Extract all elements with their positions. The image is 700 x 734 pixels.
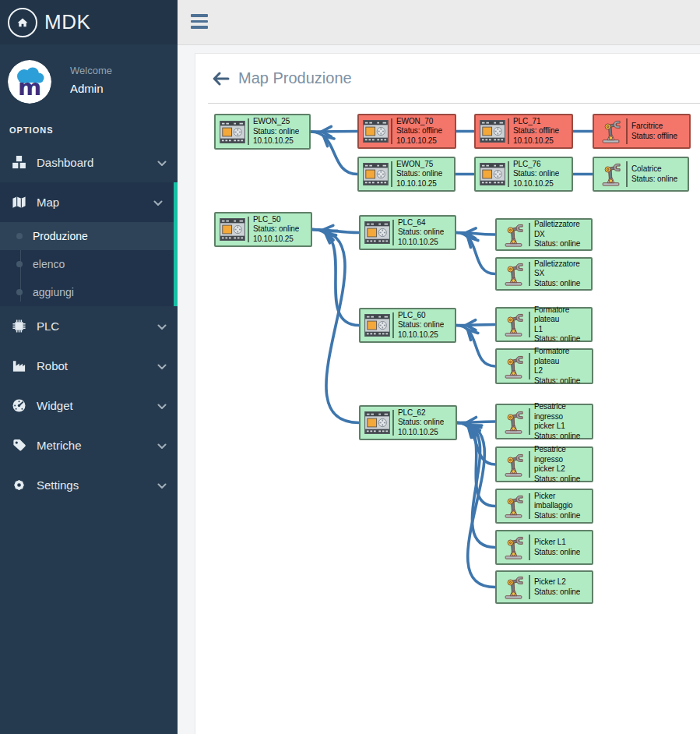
plc-device-icon bbox=[361, 120, 389, 143]
sidebar-section-widget: Widget bbox=[0, 386, 178, 425]
chip-icon bbox=[11, 319, 26, 334]
node-divider bbox=[248, 118, 249, 145]
node-status: Status: online bbox=[396, 169, 442, 179]
factory-icon bbox=[11, 358, 26, 374]
node-ip: 10.10.10.25 bbox=[396, 136, 442, 146]
robot-arm-icon bbox=[499, 535, 527, 559]
map-node-PLC_71[interactable]: PLC_71Status: offline10.10.10.25 bbox=[474, 114, 573, 149]
node-label: PLC_64 bbox=[398, 218, 444, 228]
map-node-FORM_L2[interactable]: Formatore plateau L2Status: online bbox=[495, 348, 593, 384]
chevron-down-icon bbox=[157, 359, 167, 372]
user-panel: m Welcome Admin bbox=[0, 44, 178, 116]
sidebar-section-dashboard: Dashboard bbox=[0, 143, 178, 182]
sidebar-subitem-produzione[interactable]: Produzione bbox=[0, 222, 174, 250]
node-label: EWON_25 bbox=[253, 117, 299, 127]
map-node-PLC_64[interactable]: PLC_64Status: online10.10.10.25 bbox=[359, 215, 456, 250]
map-node-Colatrice[interactable]: ColatriceStatus: online bbox=[593, 157, 689, 192]
node-label: PLC_60 bbox=[398, 311, 444, 321]
node-label: Palletizzatore DX bbox=[534, 220, 589, 239]
sidebar-section-robot: Robot bbox=[0, 346, 178, 386]
node-divider bbox=[391, 118, 392, 144]
chevron-down-icon bbox=[157, 156, 167, 169]
sidebar-item-robot[interactable]: Robot bbox=[0, 346, 178, 386]
map-node-PAL_DX[interactable]: Palletizzatore DXStatus: online bbox=[495, 218, 593, 251]
sidebar-item-label: Widget bbox=[37, 399, 157, 412]
node-status: Status: online bbox=[253, 127, 299, 137]
map-node-EWON_70[interactable]: EWON_70Status: offline10.10.10.25 bbox=[357, 114, 456, 149]
sidebar-item-dashboard[interactable]: Dashboard bbox=[0, 143, 178, 182]
node-divider bbox=[529, 451, 530, 478]
node-divider bbox=[529, 353, 530, 379]
plc-device-icon bbox=[363, 221, 391, 244]
sidebar-item-plc[interactable]: PLC bbox=[0, 306, 178, 346]
sidebar: MDK m Welcome Admin OPTIONS DashboardMap… bbox=[0, 0, 178, 734]
node-ip: 10.10.10.25 bbox=[396, 179, 442, 189]
plc-device-icon bbox=[218, 121, 246, 143]
node-ip: 10.10.10.25 bbox=[398, 428, 444, 438]
sidebar-section-metriche: Metriche bbox=[0, 425, 178, 465]
chevron-down-icon bbox=[157, 399, 167, 412]
content-card: Map Produzione bbox=[195, 53, 700, 734]
robot-arm-icon bbox=[499, 223, 527, 247]
map-node-PICK_IMB[interactable]: Picker imballaggioStatus: online bbox=[495, 489, 593, 524]
node-divider bbox=[529, 575, 530, 599]
robot-arm-icon bbox=[596, 119, 624, 143]
map-node-PLC_50[interactable]: PLC_50Status: online10.10.10.25 bbox=[214, 212, 312, 247]
map-node-PICK_L2[interactable]: Picker L2Status: online bbox=[495, 570, 593, 604]
brand-bar[interactable]: MDK bbox=[0, 0, 178, 44]
hamburger-icon[interactable] bbox=[191, 14, 208, 32]
page-header: Map Produzione bbox=[195, 54, 700, 87]
home-icon bbox=[8, 8, 37, 37]
node-status: Status: offline bbox=[396, 126, 442, 136]
node-label: Pesatrice ingresso picker L2 bbox=[534, 445, 589, 475]
sidebar-item-settings[interactable]: Settings bbox=[0, 465, 178, 505]
map-node-PLC_62[interactable]: PLC_62Status: online10.10.10.25 bbox=[359, 405, 457, 440]
node-status: Status: online bbox=[398, 228, 444, 238]
topbar bbox=[178, 0, 700, 45]
tag-icon bbox=[11, 438, 26, 453]
map-node-PLC_60[interactable]: PLC_60Status: online10.10.10.25 bbox=[359, 308, 456, 343]
plc-device-icon bbox=[361, 163, 389, 185]
node-label: EWON_70 bbox=[396, 117, 442, 127]
plc-device-icon bbox=[363, 314, 391, 337]
node-label: Formatore plateau L1 bbox=[534, 305, 589, 335]
sidebar-item-label: Map bbox=[37, 196, 153, 209]
map-node-PES_L2[interactable]: Pesatrice ingresso picker L2Status: onli… bbox=[495, 446, 593, 482]
map-node-EWON_25[interactable]: EWON_25Status: online10.10.10.25 bbox=[214, 114, 311, 150]
plc-device-icon bbox=[478, 163, 506, 185]
page-title: Map Produzione bbox=[238, 69, 352, 87]
cloud-m-avatar: m bbox=[8, 60, 51, 104]
map-node-PAL_SX[interactable]: Palletizzatore SXStatus: online bbox=[495, 257, 593, 291]
node-divider bbox=[529, 262, 530, 286]
node-label: Pesatrice ingresso picker L1 bbox=[534, 402, 589, 432]
sidebar-item-widget[interactable]: Widget bbox=[0, 386, 178, 425]
map-node-FORM_L1[interactable]: Formatore plateau L1Status: online bbox=[495, 307, 593, 342]
node-status: Status: online bbox=[631, 175, 677, 185]
node-status: Status: offline bbox=[631, 132, 677, 142]
sidebar-nav: DashboardMapProduzioneelencoaggiungiPLCR… bbox=[0, 143, 178, 505]
sidebar-subitem-elenco[interactable]: elenco bbox=[0, 250, 174, 278]
node-divider bbox=[626, 161, 628, 187]
map-node-PLC_76[interactable]: PLC_76Status: online10.10.10.25 bbox=[474, 157, 573, 192]
map-node-PICK_L1[interactable]: Picker L1Status: online bbox=[495, 530, 593, 565]
node-status: Status: online bbox=[253, 224, 299, 235]
header-divider bbox=[208, 103, 700, 104]
map-node-EWON_75[interactable]: EWON_75Status: online10.10.10.25 bbox=[357, 157, 456, 192]
sidebar-item-map[interactable]: Map bbox=[0, 182, 174, 222]
node-divider bbox=[392, 220, 394, 245]
node-status: Status: online bbox=[534, 588, 580, 598]
node-label: Colatrice bbox=[631, 164, 677, 175]
node-label: Farcitrice bbox=[631, 122, 677, 132]
chevron-down-icon bbox=[157, 319, 167, 333]
sidebar-subitem-aggiungi[interactable]: aggiungi bbox=[0, 278, 174, 306]
robot-arm-icon bbox=[499, 312, 527, 337]
map-icon bbox=[11, 195, 26, 210]
sidebar-item-label: Settings bbox=[37, 478, 157, 492]
map-node-Farcitrice[interactable]: FarcitriceStatus: offline bbox=[593, 114, 691, 149]
node-status: Status: online bbox=[534, 511, 589, 521]
map-node-PES_L1[interactable]: Pesatrice ingresso picker L1Status: onli… bbox=[495, 404, 593, 439]
back-arrow-icon[interactable] bbox=[212, 72, 230, 86]
sidebar-item-metriche[interactable]: Metriche bbox=[0, 425, 178, 465]
node-label: Formatore plateau L2 bbox=[534, 347, 589, 376]
node-divider bbox=[248, 217, 249, 242]
